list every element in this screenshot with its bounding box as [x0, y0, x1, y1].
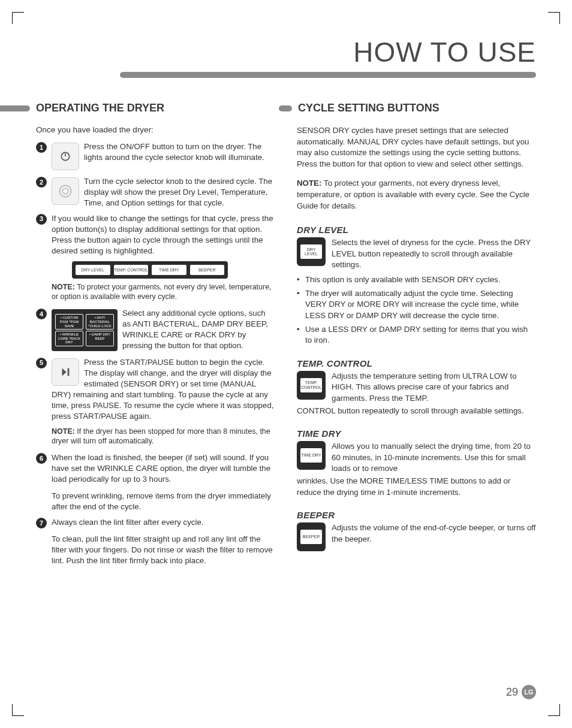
dry-level-desc: Selects the level of dryness for the cyc… [332, 237, 536, 271]
temp-control-desc: Adjusts the temperature setting from ULT… [332, 371, 536, 404]
step-3: 3 If you would like to change the settin… [36, 213, 275, 256]
dry-level-bullets: This option is only available with SENSO… [297, 274, 536, 346]
time-dry-cont: wrinkles. Use the MORE TIME/LESS TIME bu… [297, 476, 536, 498]
knob-icon [52, 177, 79, 205]
page-number: 29 [506, 686, 518, 699]
step-1: 1 Press the ON/OFF button to turn on the… [36, 141, 275, 171]
dry-level-button-icon: DRY LEVEL [297, 237, 326, 266]
beeper-section: BEEPER BEEPER Adjusts the volume of the … [297, 510, 536, 551]
play-pause-icon [52, 358, 79, 386]
step-lead: If you would like to change the settings [52, 214, 191, 223]
step-lead: When the load is finished, the beeper (i… [52, 453, 194, 462]
time-dry-desc: Allows you to manually select the drying… [332, 441, 536, 475]
page-header: HOW TO USE [36, 36, 536, 68]
step-2: 2 Turn the cycle selector knob to the de… [36, 176, 275, 209]
right-column: CYCLE SETTING BUTTONS SENSOR DRY cycles … [297, 102, 536, 571]
step-number: 5 [36, 358, 47, 368]
step-number: 3 [36, 214, 47, 225]
page-title: HOW TO USE [353, 37, 536, 68]
step-5: 5 Press the START/PAUSE button to begin … [36, 357, 275, 422]
left-column: OPERATING THE DRYER Once you have loaded… [36, 102, 275, 571]
cycle-note: NOTE: To protect your garments, not ever… [297, 178, 536, 212]
step-lead: Always clean the lint filter after every… [52, 518, 203, 527]
beeper-desc: Adjusts the volume of the end-of-cycle b… [332, 522, 536, 551]
temp-control-cont: CONTROL button repeatedly to scroll thro… [297, 406, 536, 417]
step-lead: Turn the cycle selector knob to the desi… [84, 177, 236, 186]
beeper-title: BEEPER [297, 510, 536, 520]
header-bar [120, 72, 536, 78]
list-item: This option is only available with SENSO… [297, 274, 536, 286]
temp-control-button: TEMP. CONTROL [114, 265, 149, 275]
step-number: 4 [36, 309, 47, 319]
option-button-row: DRY LEVEL TEMP. CONTROL TIME DRY BEEPER [72, 261, 228, 279]
time-dry-button-icon: TIME DRY [297, 441, 326, 470]
options-panel-icon: • CUSTOM PGM *PGM SAVE• ANTI BACTERIAL *… [52, 309, 118, 351]
note-step5: NOTE: If the dryer has been stopped for … [52, 427, 275, 447]
step-4: 4 • CUSTOM PGM *PGM SAVE• ANTI BACTERIAL… [36, 308, 275, 352]
step-lead: Press the ON/OFF button to turn on the [84, 142, 226, 151]
step-number: 6 [36, 453, 47, 464]
list-item: The dryer will automatically adjust the … [297, 288, 536, 322]
step-number: 7 [36, 518, 47, 528]
step-7: 7 Always clean the lint filter after eve… [36, 517, 275, 566]
step-6: 6 When the load is finished, the beeper … [36, 452, 275, 512]
step-cont: cycle. The display will change, and the … [52, 358, 274, 421]
page-footer: 29 LG [506, 685, 536, 699]
time-dry-section: TIME DRY TIME DRY Allows you to manually… [297, 428, 536, 498]
temp-control-title: TEMP. CONTROL [297, 358, 536, 368]
lg-logo-icon: LG [522, 685, 536, 699]
beeper-button-icon: BEEPER [297, 522, 326, 551]
list-item: Use a LESS DRY or DAMP DRY setting for i… [297, 324, 536, 346]
power-icon [52, 143, 79, 170]
heading-dash-icon [0, 105, 30, 111]
temp-control-button-icon: TEMP. CONTROL [297, 371, 326, 400]
time-dry-title: TIME DRY [297, 428, 536, 439]
heading-dash-icon [279, 105, 292, 111]
cycle-setting-heading: CYCLE SETTING BUTTONS [298, 102, 439, 114]
time-dry-button: TIME DRY [152, 265, 186, 275]
step-cont: Select any additional cycle options, suc… [122, 309, 268, 350]
post-step6: To prevent wrinkling, remove items from … [52, 491, 275, 512]
dry-level-title: DRY LEVEL [297, 225, 536, 235]
temp-control-section: TEMP. CONTROL TEMP. CONTROL Adjusts the … [297, 358, 536, 416]
note-step3: NOTE: NOTE: To protect your garments, no… [52, 282, 275, 303]
beeper-button: BEEPER [190, 265, 225, 275]
step-number: 1 [36, 142, 47, 153]
operating-heading: OPERATING THE DRYER [36, 102, 164, 114]
dry-level-section: DRY LEVEL DRY LEVEL Selects the level of… [297, 225, 536, 346]
svg-marker-4 [62, 368, 67, 376]
svg-rect-5 [68, 368, 70, 376]
step-lead: Press the START/PAUSE button to begin th… [84, 358, 245, 367]
dry-level-button: DRY LEVEL [76, 265, 110, 275]
svg-point-3 [63, 189, 68, 194]
cycle-intro: SENSOR DRY cycles have preset settings t… [297, 125, 536, 170]
step-number: 2 [36, 177, 47, 188]
intro-text: Once you have loaded the dryer: [36, 125, 275, 134]
post-step7: To clean, pull the lint filter straight … [52, 534, 275, 566]
